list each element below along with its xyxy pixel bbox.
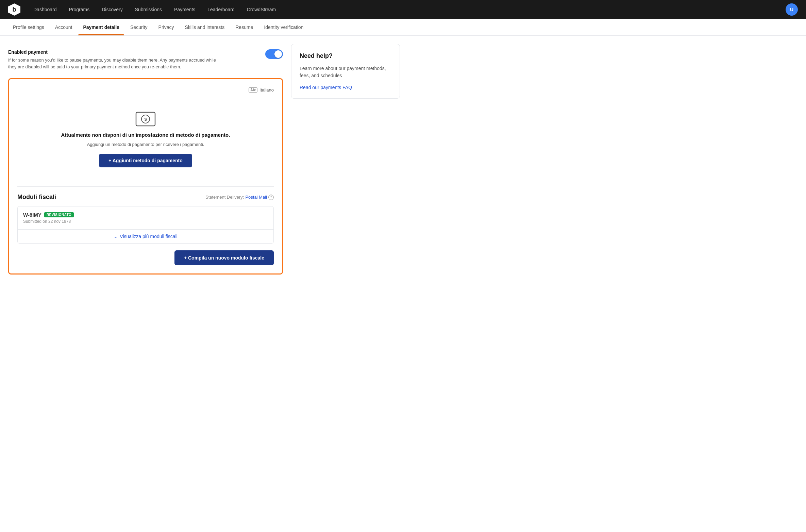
translate-bar: AI> Italiano [17, 87, 274, 93]
view-more-row[interactable]: ⌄ Visualizza più moduli fiscali [18, 230, 273, 243]
help-sidebar: Need help? Learn more about our payment … [291, 44, 400, 275]
avatar-initials: U [790, 7, 793, 12]
tax-title: Moduli fiscali [17, 194, 56, 201]
statement-delivery-label: Statement Delivery: [205, 195, 244, 200]
help-card: Need help? Learn more about our payment … [291, 44, 400, 99]
nav-dashboard[interactable]: Dashboard [29, 4, 62, 15]
statement-delivery-value[interactable]: Postal Mail [245, 195, 267, 200]
help-title: Need help? [300, 52, 391, 60]
tax-header: Moduli fiscali Statement Delivery: Posta… [17, 194, 274, 201]
content-left: Enabled payment If for some reason you'd… [8, 44, 283, 275]
tab-security[interactable]: Security [125, 19, 152, 35]
svg-text:$: $ [144, 117, 147, 122]
empty-state-title: Attualmente non disponi di un'impostazio… [61, 132, 230, 138]
tab-account[interactable]: Account [50, 19, 77, 35]
tax-form-name: W-8IMY [23, 212, 41, 218]
empty-state: $ Attualmente non disponi di un'impostaz… [17, 103, 274, 181]
tax-form-card: W-8IMY REVISIONATO Submitted on 22 nov 1… [17, 206, 274, 244]
tab-skills-interests[interactable]: Skills and interests [180, 19, 230, 35]
top-navigation: b Dashboard Programs Discovery Submissio… [0, 0, 806, 19]
tax-form-row: W-8IMY REVISIONATO Submitted on 22 nov 1… [18, 206, 273, 230]
new-form-button-container: + Compila un nuovo modulo fiscale [17, 250, 274, 265]
tax-form-date: Submitted on 22 nov 1978 [23, 219, 268, 224]
help-description: Learn more about our payment methods, fe… [300, 65, 391, 79]
translate-label: Italiano [259, 87, 274, 93]
translate-button[interactable]: AI> Italiano [249, 87, 274, 93]
chevron-down-icon: ⌄ [114, 234, 118, 239]
toggle-track [265, 49, 283, 59]
logo[interactable]: b [8, 3, 20, 16]
avatar[interactable]: U [786, 3, 798, 16]
enabled-payment-section: Enabled payment If for some reason you'd… [8, 44, 283, 78]
logo-letter: b [13, 6, 16, 13]
enabled-payment-title: Enabled payment [8, 49, 219, 55]
payment-toggle[interactable] [265, 49, 283, 59]
money-icon: $ [135, 112, 156, 127]
add-payment-button[interactable]: + Aggiunti metodo di pagamento [99, 154, 192, 167]
tab-resume[interactable]: Resume [231, 19, 258, 35]
tab-payment-details[interactable]: Payment details [78, 19, 124, 35]
empty-state-subtitle: Aggiungi un metodo di pagamento per rice… [87, 142, 204, 147]
tab-profile-settings[interactable]: Profile settings [8, 19, 49, 35]
main-content: Enabled payment If for some reason you'd… [0, 36, 408, 283]
enabled-payment-text: Enabled payment If for some reason you'd… [8, 49, 219, 70]
enabled-payment-desc: If for some reason you'd like to pause p… [8, 57, 219, 70]
help-circle-icon[interactable]: ? [268, 195, 274, 200]
tax-section: Moduli fiscali Statement Delivery: Posta… [17, 186, 274, 265]
tab-identity-verification[interactable]: Identity verification [259, 19, 308, 35]
payment-card: AI> Italiano $ Attualmente non disponi d… [8, 78, 283, 275]
nav-leaderboard[interactable]: Leaderboard [203, 4, 239, 15]
nav-discovery[interactable]: Discovery [97, 4, 127, 15]
revisioned-badge: REVISIONATO [44, 212, 74, 217]
statement-delivery: Statement Delivery: Postal Mail ? [205, 195, 274, 200]
nav-crowdstream[interactable]: CrowdStream [242, 4, 281, 15]
view-more-label: Visualizza più moduli fiscali [120, 234, 177, 239]
tax-form-name-row: W-8IMY REVISIONATO [23, 212, 268, 218]
new-form-button[interactable]: + Compila un nuovo modulo fiscale [174, 250, 274, 265]
tab-privacy[interactable]: Privacy [154, 19, 179, 35]
help-faq-link[interactable]: Read our payments FAQ [300, 85, 352, 90]
nav-programs[interactable]: Programs [64, 4, 95, 15]
nav-submissions[interactable]: Submissions [130, 4, 167, 15]
toggle-thumb [274, 50, 282, 58]
sub-navigation: Profile settings Account Payment details… [0, 19, 806, 36]
nav-payments[interactable]: Payments [169, 4, 200, 15]
translate-icon: AI> [249, 87, 257, 93]
